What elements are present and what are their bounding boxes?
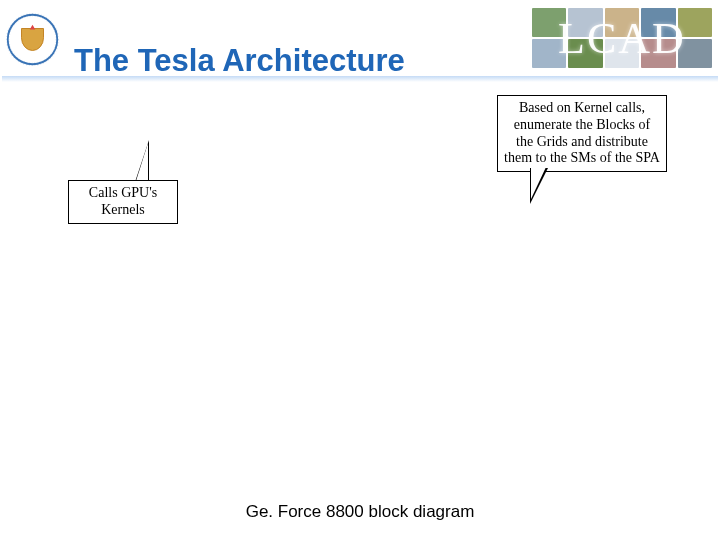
callout-left: Calls GPU's Kernels: [68, 180, 178, 224]
university-crest-icon: [5, 12, 60, 67]
page-title: The Tesla Architecture: [74, 43, 405, 79]
callout-right-tail-fill: [531, 167, 546, 199]
lcad-logo: LCAD: [532, 8, 712, 68]
caption: Ge. Force 8800 block diagram: [0, 502, 720, 522]
photo-strip: [532, 8, 712, 68]
title-underline: [2, 76, 718, 82]
callout-left-tail-fill: [136, 143, 148, 181]
callout-right: Based on Kernel calls, enumerate the Blo…: [497, 95, 667, 172]
